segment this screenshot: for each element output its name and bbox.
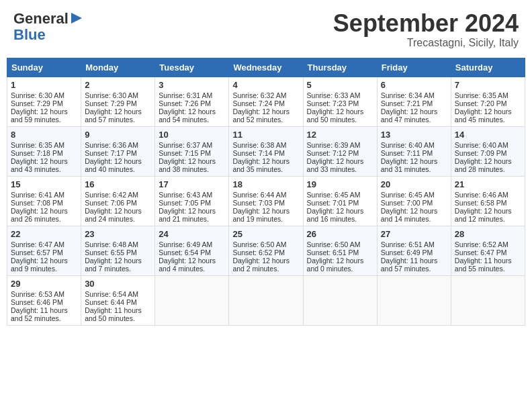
day-number: 10 [159,130,225,140]
daylight-label: Daylight: 11 hours and 52 minutes. [11,306,68,322]
weekday-header-row: Sunday Monday Tuesday Wednesday Thursday… [7,58,525,77]
day-number: 7 [455,80,521,90]
header-thursday: Thursday [303,58,377,77]
logo: General Blue [13,10,83,42]
daylight-label: Daylight: 12 hours and 19 minutes. [232,207,290,223]
day-number: 12 [307,130,373,140]
daylight-label: Daylight: 12 hours and 40 minutes. [85,157,142,173]
sunrise-label: Sunrise: 6:32 AM [232,91,286,99]
sunset-label: Sunset: 7:08 PM [11,199,63,207]
day-cell-8: 8 Sunrise: 6:35 AM Sunset: 7:18 PM Dayli… [7,126,81,176]
empty-cell [229,275,303,325]
day-number: 22 [11,229,77,239]
sunrise-label: Sunrise: 6:46 AM [455,191,508,199]
sunset-label: Sunset: 7:01 PM [307,199,359,207]
daylight-label: Daylight: 12 hours and 26 minutes. [11,207,68,223]
day-cell-27: 27 Sunrise: 6:51 AM Sunset: 6:49 PM Dayl… [377,226,451,275]
sunrise-label: Sunrise: 6:48 AM [85,240,138,248]
month-title: September 2024 [333,10,519,37]
daylight-label: Daylight: 11 hours and 55 minutes. [455,257,512,273]
header-wednesday: Wednesday [229,58,303,77]
calendar-row-2: 8 Sunrise: 6:35 AM Sunset: 7:18 PM Dayli… [7,126,525,176]
empty-cell [377,275,451,325]
day-number: 6 [381,80,447,90]
daylight-label: Daylight: 12 hours and 38 minutes. [159,157,216,173]
day-number: 28 [455,229,521,239]
day-number: 18 [232,179,299,189]
sunset-label: Sunset: 7:14 PM [232,149,285,157]
sunset-label: Sunset: 7:15 PM [159,149,211,157]
sunrise-label: Sunrise: 6:49 AM [159,240,212,248]
day-cell-19: 19 Sunrise: 6:45 AM Sunset: 7:01 PM Dayl… [303,176,377,226]
sunrise-label: Sunrise: 6:41 AM [11,191,64,199]
day-number: 24 [159,229,225,239]
day-number: 16 [85,179,151,189]
sunset-label: Sunset: 6:58 PM [455,199,507,207]
sunrise-label: Sunrise: 6:36 AM [85,141,138,149]
sunset-label: Sunset: 6:51 PM [307,248,359,257]
sunrise-label: Sunrise: 6:38 AM [232,141,286,149]
day-cell-3: 3 Sunrise: 6:31 AM Sunset: 7:26 PM Dayli… [155,77,229,126]
sunrise-label: Sunrise: 6:44 AM [232,191,286,199]
daylight-label: Daylight: 12 hours and 59 minutes. [11,107,68,124]
sunset-label: Sunset: 6:52 PM [232,248,285,257]
daylight-label: Daylight: 12 hours and 54 minutes. [159,107,216,124]
sunset-label: Sunset: 7:05 PM [159,199,211,207]
sunset-label: Sunset: 7:29 PM [11,99,63,107]
day-number: 23 [85,229,151,239]
day-number: 25 [232,229,299,239]
sunrise-label: Sunrise: 6:35 AM [455,91,508,99]
day-number: 11 [232,130,299,140]
sunset-label: Sunset: 6:54 PM [159,248,211,257]
header-tuesday: Tuesday [155,58,229,77]
sunset-label: Sunset: 7:18 PM [11,149,63,157]
daylight-label: Daylight: 12 hours and 35 minutes. [232,157,290,173]
sunrise-label: Sunrise: 6:31 AM [159,91,212,99]
day-number: 3 [159,80,225,90]
day-cell-17: 17 Sunrise: 6:43 AM Sunset: 7:05 PM Dayl… [155,176,229,226]
sunrise-label: Sunrise: 6:40 AM [381,141,435,149]
day-number: 29 [11,279,77,289]
daylight-label: Daylight: 11 hours and 57 minutes. [381,257,438,273]
day-cell-6: 6 Sunrise: 6:34 AM Sunset: 7:21 PM Dayli… [377,77,451,126]
day-number: 17 [159,179,225,189]
daylight-label: Daylight: 12 hours and 31 minutes. [381,157,438,173]
sunrise-label: Sunrise: 6:42 AM [85,191,138,199]
sunset-label: Sunset: 7:21 PM [381,99,433,107]
daylight-label: Daylight: 12 hours and 47 minutes. [381,107,438,124]
daylight-label: Daylight: 12 hours and 16 minutes. [307,207,364,223]
sunset-label: Sunset: 6:49 PM [381,248,433,257]
day-cell-7: 7 Sunrise: 6:35 AM Sunset: 7:20 PM Dayli… [451,77,525,126]
sunrise-label: Sunrise: 6:52 AM [455,240,508,248]
day-cell-15: 15 Sunrise: 6:41 AM Sunset: 7:08 PM Dayl… [7,176,81,226]
sunrise-label: Sunrise: 6:47 AM [11,240,64,248]
logo-blue: Blue [13,28,46,42]
sunrise-label: Sunrise: 6:34 AM [381,91,435,99]
location: Trecastagni, Sicily, Italy [333,37,519,49]
day-number: 21 [455,179,521,189]
day-number: 5 [307,80,373,90]
daylight-label: Daylight: 11 hours and 50 minutes. [85,306,142,322]
day-cell-9: 9 Sunrise: 6:36 AM Sunset: 7:17 PM Dayli… [81,126,155,176]
daylight-label: Daylight: 12 hours and 14 minutes. [381,207,438,223]
daylight-label: Daylight: 12 hours and 2 minutes. [232,257,290,273]
day-cell-20: 20 Sunrise: 6:45 AM Sunset: 7:00 PM Dayl… [377,176,451,226]
daylight-label: Daylight: 12 hours and 45 minutes. [455,107,512,124]
daylight-label: Daylight: 12 hours and 33 minutes. [307,157,364,173]
day-number: 1 [11,80,77,90]
daylight-label: Daylight: 12 hours and 57 minutes. [85,107,142,124]
daylight-label: Daylight: 12 hours and 50 minutes. [307,107,364,124]
sunrise-label: Sunrise: 6:54 AM [85,290,138,298]
sunrise-label: Sunrise: 6:30 AM [11,91,64,99]
day-cell-12: 12 Sunrise: 6:39 AM Sunset: 7:12 PM Dayl… [303,126,377,176]
day-cell-24: 24 Sunrise: 6:49 AM Sunset: 6:54 PM Dayl… [155,226,229,275]
day-number: 20 [381,179,447,189]
sunset-label: Sunset: 6:46 PM [11,298,63,306]
sunrise-label: Sunrise: 6:37 AM [159,141,212,149]
header-friday: Friday [377,58,451,77]
day-number: 2 [85,80,151,90]
calendar-row-3: 15 Sunrise: 6:41 AM Sunset: 7:08 PM Dayl… [7,176,525,226]
day-cell-28: 28 Sunrise: 6:52 AM Sunset: 6:47 PM Dayl… [451,226,525,275]
day-number: 9 [85,130,151,140]
header-monday: Monday [81,58,155,77]
